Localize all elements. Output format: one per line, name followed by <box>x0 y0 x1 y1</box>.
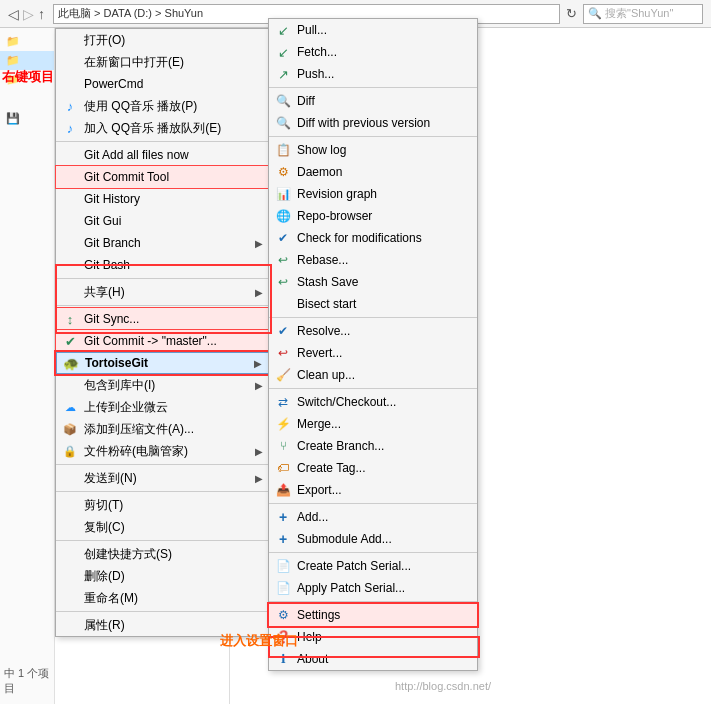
menu-label: 属性(R) <box>84 617 125 634</box>
menu-share[interactable]: 共享(H) ▶ <box>56 281 269 303</box>
git-sync-icon: ↕ <box>62 311 78 327</box>
separator <box>269 317 477 318</box>
sub-menu-create-patch-serial[interactable]: 📄 Create Patch Serial... <box>269 555 477 577</box>
menu-label: Clean up... <box>297 368 355 382</box>
menu-label: Check for modifications <box>297 231 422 245</box>
menu-upload-weiyun[interactable]: ☁ 上传到企业微云 <box>56 396 269 418</box>
repo-browser-icon: 🌐 <box>275 208 291 224</box>
menu-label: 复制(C) <box>84 519 125 536</box>
menu-label: Git Commit -> "master"... <box>84 334 217 348</box>
sidebar-item-autoit3[interactable]: 📁 <box>0 32 54 51</box>
menu-create-shortcut[interactable]: 创建快捷方式(S) <box>56 543 269 565</box>
menu-rename[interactable]: 重命名(M) <box>56 587 269 609</box>
menu-file-shred[interactable]: 🔒 文件粉碎(电脑管家) ▶ <box>56 440 269 462</box>
refresh-icon[interactable]: ↻ <box>566 6 577 21</box>
sidebar-drive-e[interactable]: 💾 <box>0 109 54 128</box>
separator <box>56 464 269 465</box>
menu-label: Git Add all files now <box>84 148 189 162</box>
menu-qq-queue[interactable]: ♪ 加入 QQ音乐 播放队列(E) <box>56 117 269 139</box>
menu-git-commit-master[interactable]: ✔ Git Commit -> "master"... <box>56 330 269 352</box>
submenu-arrow: ▶ <box>255 238 263 249</box>
sub-menu-apply-patch-serial[interactable]: 📄 Apply Patch Serial... <box>269 577 477 599</box>
sub-menu-merge[interactable]: ⚡ Merge... <box>269 413 477 435</box>
separator <box>269 503 477 504</box>
sub-menu-show-log[interactable]: 📋 Show log <box>269 139 477 161</box>
sub-menu-stash-save[interactable]: ↩ Stash Save <box>269 271 477 293</box>
menu-add-archive[interactable]: 📦 添加到压缩文件(A)... <box>56 418 269 440</box>
sub-menu-settings[interactable]: ⚙ Settings <box>269 604 477 626</box>
menu-label: Show log <box>297 143 346 157</box>
nav-back[interactable]: ◁ <box>8 6 19 22</box>
menu-label: 打开(O) <box>84 32 125 49</box>
menu-open-new-window[interactable]: 在新窗口中打开(E) <box>56 51 269 73</box>
rebase-icon: ↩ <box>275 252 291 268</box>
shred-icon: 🔒 <box>62 443 78 459</box>
sub-menu-daemon[interactable]: ⚙ Daemon <box>269 161 477 183</box>
menu-tortoisegit[interactable]: 🐢 TortoiseGit ▶ <box>56 352 269 374</box>
menu-label: Git Commit Tool <box>84 170 169 184</box>
menu-qq-play[interactable]: ♪ 使用 QQ音乐 播放(P) <box>56 95 269 117</box>
menu-git-bash[interactable]: Git Bash <box>56 254 269 276</box>
sub-menu-export[interactable]: 📤 Export... <box>269 479 477 501</box>
sub-menu-add[interactable]: + Add... <box>269 506 477 528</box>
menu-label: Rebase... <box>297 253 348 267</box>
menu-send-to[interactable]: 发送到(N) ▶ <box>56 467 269 489</box>
sub-menu-repo-browser[interactable]: 🌐 Repo-browser <box>269 205 477 227</box>
sub-menu-clean-up[interactable]: 🧹 Clean up... <box>269 364 477 386</box>
sub-menu-create-tag[interactable]: 🏷 Create Tag... <box>269 457 477 479</box>
menu-label: Daemon <box>297 165 342 179</box>
sub-menu-bisect-start[interactable]: Bisect start <box>269 293 477 315</box>
menu-git-sync[interactable]: ↕ Git Sync... <box>56 308 269 330</box>
sub-menu-rebase[interactable]: ↩ Rebase... <box>269 249 477 271</box>
menu-label: Git Gui <box>84 214 121 228</box>
search-text: 搜索"ShuYun" <box>605 6 673 21</box>
menu-label: Export... <box>297 483 342 497</box>
nav-forward[interactable]: ▷ <box>23 6 34 22</box>
submenu-arrow: ▶ <box>255 473 263 484</box>
menu-git-history[interactable]: Git History <box>56 188 269 210</box>
weiyun-icon: ☁ <box>62 399 78 415</box>
sub-menu-check-modifications[interactable]: ✔ Check for modifications <box>269 227 477 249</box>
menu-git-commit-tool[interactable]: Git Commit Tool <box>56 166 269 188</box>
nav-up[interactable]: ↑ <box>38 6 45 22</box>
menu-open[interactable]: 打开(O) <box>56 29 269 51</box>
menu-delete[interactable]: 删除(D) <box>56 565 269 587</box>
menu-label: Push... <box>297 67 334 81</box>
menu-label: 创建快捷方式(S) <box>84 546 172 563</box>
menu-git-branch[interactable]: Git Branch ▶ <box>56 232 269 254</box>
settings-icon: ⚙ <box>275 607 291 623</box>
sub-menu-resolve[interactable]: ✔ Resolve... <box>269 320 477 342</box>
sub-menu-diff-prev[interactable]: 🔍 Diff with previous version <box>269 112 477 134</box>
menu-cut[interactable]: 剪切(T) <box>56 494 269 516</box>
sub-menu-create-branch[interactable]: ⑂ Create Branch... <box>269 435 477 457</box>
menu-copy[interactable]: 复制(C) <box>56 516 269 538</box>
menu-label: Settings <box>297 608 340 622</box>
sub-menu-fetch[interactable]: ↙ Fetch... <box>269 41 477 63</box>
sub-menu-about[interactable]: ℹ About <box>269 648 477 670</box>
sub-menu-switch-checkout[interactable]: ⇄ Switch/Checkout... <box>269 391 477 413</box>
sub-menu-submodule-add[interactable]: + Submodule Add... <box>269 528 477 550</box>
menu-label: Create Patch Serial... <box>297 559 411 573</box>
sub-menu-revision-graph[interactable]: 📊 Revision graph <box>269 183 477 205</box>
sub-menu-pull[interactable]: ↙ Pull... <box>269 19 477 41</box>
qq-icon: ♪ <box>62 98 78 114</box>
separator <box>56 491 269 492</box>
sub-menu-revert[interactable]: ↩ Revert... <box>269 342 477 364</box>
sub-menu-push[interactable]: ↗ Push... <box>269 63 477 85</box>
annotation-left: 右键项目 <box>2 68 54 86</box>
diff-prev-icon: 🔍 <box>275 115 291 131</box>
menu-label: Stash Save <box>297 275 358 289</box>
separator <box>269 601 477 602</box>
menu-label: About <box>297 652 328 666</box>
pull-icon: ↙ <box>275 22 291 38</box>
menu-include-library[interactable]: 包含到库中(I) ▶ <box>56 374 269 396</box>
menu-git-gui[interactable]: Git Gui <box>56 210 269 232</box>
search-area[interactable]: 🔍 搜索"ShuYun" <box>583 4 703 24</box>
menu-git-add-all[interactable]: Git Add all files now <box>56 144 269 166</box>
git-commit-icon: ✔ <box>62 333 78 349</box>
sub-menu-diff[interactable]: 🔍 Diff <box>269 90 477 112</box>
menu-powercmd[interactable]: PowerCmd <box>56 73 269 95</box>
resolve-icon: ✔ <box>275 323 291 339</box>
menu-label: 添加到压缩文件(A)... <box>84 421 194 438</box>
sub-menu-help[interactable]: ❓ Help <box>269 626 477 648</box>
